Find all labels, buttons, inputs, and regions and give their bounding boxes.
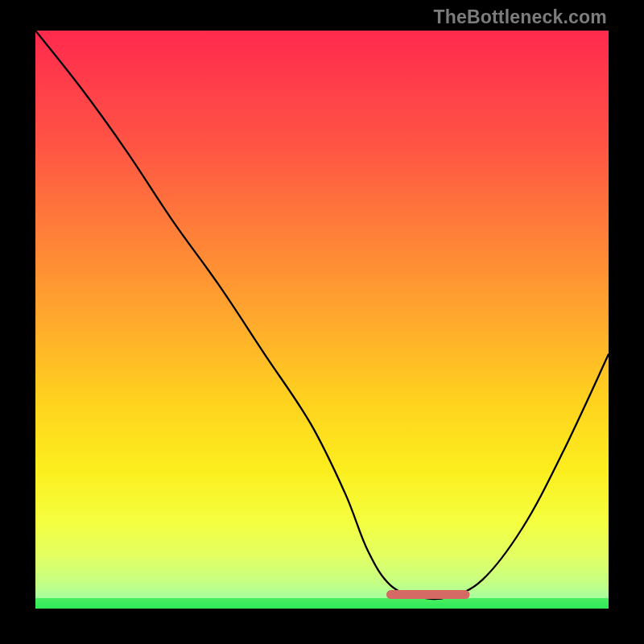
curve-layer [35,31,609,609]
chart-frame: TheBottleneck.com [0,0,644,644]
watermark-text: TheBottleneck.com [433,6,607,28]
bottleneck-curve [35,31,609,599]
plot-area [35,31,609,609]
